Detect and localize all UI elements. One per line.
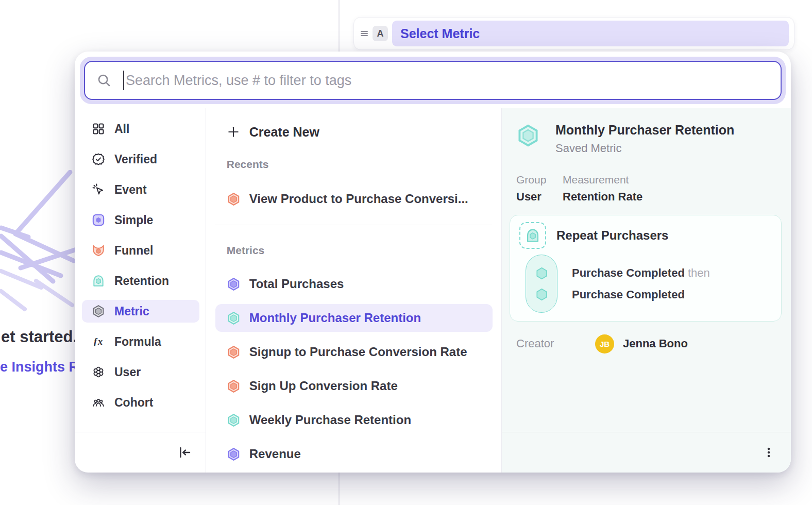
background-link-text: e Insights Re (0, 359, 87, 375)
definition-step-2: Purchase Completed (572, 288, 710, 301)
metric-block-row: A Select Metric (353, 17, 794, 50)
sidebar-item-label: All (114, 122, 129, 136)
group-value: User (516, 190, 563, 204)
creator-name: Jenna Bono (623, 337, 688, 350)
sidebar-item-cohort[interactable]: Cohort (82, 391, 199, 414)
collapse-panel-icon[interactable] (177, 445, 192, 460)
saved-metric-hexagon-icon (516, 124, 540, 147)
creator-label: Creator (516, 337, 588, 350)
recents-header: Recents (206, 158, 501, 171)
retention-definition-icon (519, 222, 546, 249)
sidebar-item-funnel[interactable]: Funnel (82, 239, 199, 262)
sidebar-item-event[interactable]: Event (82, 178, 199, 201)
svg-text:ƒx: ƒx (93, 336, 103, 347)
group-label: Group (516, 174, 563, 186)
sidebar-item-verified[interactable]: Verified (82, 148, 199, 171)
sidebar-footer (75, 432, 206, 473)
user-cluster-icon (92, 365, 105, 379)
metric-hexagon-teal-icon (227, 311, 241, 325)
metric-item-label: Total Purchases (249, 277, 344, 291)
create-new-button[interactable]: Create New (206, 121, 501, 143)
metric-picker-modal: All Verified (75, 52, 791, 473)
metric-hexagon-purple-icon (227, 447, 241, 461)
metric-hexagon-orange-icon (227, 192, 241, 206)
metric-hexagon-teal-icon (227, 413, 241, 427)
sidebar-item-label: Metric (114, 305, 149, 318)
sidebar-item-label: Event (114, 183, 147, 197)
filter-sidebar: All Verified (75, 108, 206, 473)
sidebar-item-label: Cohort (114, 396, 153, 410)
search-focus-ring (80, 57, 786, 104)
sidebar-item-metric[interactable]: Metric (82, 300, 199, 323)
sidebar-item-user[interactable]: User (82, 361, 199, 383)
metric-item-signup-to-purchase-conversion-rate[interactable]: Signup to Purchase Conversion Rate (206, 338, 501, 366)
list-divider (215, 225, 492, 225)
verified-badge-icon (92, 153, 105, 166)
cohort-people-icon (92, 396, 105, 409)
metric-item-weekly-purchase-retention[interactable]: Weekly Purchase Retention (206, 406, 501, 434)
detail-footer (502, 432, 791, 473)
simple-hexagon-icon (92, 213, 105, 227)
measurement-value: Retention Rate (563, 190, 642, 204)
measurement-label: Measurement (563, 174, 642, 186)
create-new-label: Create New (249, 125, 319, 140)
cursor-spark-icon (92, 183, 105, 196)
metric-item-label: View Product to Purchase Conversi... (249, 192, 468, 206)
definition-name: Repeat Purchasers (556, 228, 668, 243)
detail-metric-subtitle: Saved Metric (555, 142, 734, 155)
event-hexagon-icon (535, 266, 549, 280)
sidebar-item-label: Formula (114, 335, 161, 349)
retention-arch-icon (92, 274, 105, 288)
metric-item-monthly-purchaser-retention[interactable]: Monthly Purchaser Retention (215, 304, 493, 332)
grid-icon (92, 122, 105, 136)
sidebar-item-label: Simple (114, 213, 153, 227)
formula-fx-icon: ƒx (92, 335, 105, 348)
metric-hexagon-orange-icon (227, 345, 241, 359)
metric-block-badge: A (373, 26, 388, 41)
detail-meta: Group User Measurement Retention Rate (516, 174, 782, 204)
definition-step-1: Purchase Completed then (572, 266, 710, 280)
sidebar-item-label: Verified (114, 153, 157, 166)
metric-item-label: Revenue (249, 447, 301, 461)
metric-hexagon-purple-icon (227, 277, 241, 291)
sidebar-item-label: User (114, 365, 141, 379)
metric-item-label: Monthly Purchaser Retention (249, 311, 421, 325)
event-hexagon-icon (535, 288, 549, 301)
then-connector: then (688, 266, 710, 279)
metric-detail-panel: Monthly Purchaser Retention Saved Metric… (502, 108, 791, 473)
text-caret (123, 71, 124, 90)
search-input[interactable] (126, 73, 769, 89)
metric-list-panel: Create New Recents View Product to Purch… (206, 108, 502, 473)
sidebar-item-simple[interactable]: Simple (82, 209, 199, 231)
more-options-icon[interactable] (762, 446, 775, 459)
metric-item-revenue[interactable]: Revenue (206, 440, 501, 468)
metric-item-total-purchases[interactable]: Total Purchases (206, 270, 501, 298)
select-metric-dropdown[interactable]: Select Metric (392, 21, 789, 46)
creator-avatar: JB (595, 334, 614, 354)
detail-header: Monthly Purchaser Retention Saved Metric (516, 123, 782, 155)
metric-item-label: Signup to Purchase Conversion Rate (249, 345, 467, 359)
sidebar-item-label: Funnel (114, 244, 153, 258)
metric-item-sign-up-conversion-rate[interactable]: Sign Up Conversion Rate (206, 372, 501, 400)
drag-handle-icon[interactable] (359, 28, 369, 39)
detail-metric-title: Monthly Purchaser Retention (555, 123, 734, 138)
recent-metric-item[interactable]: View Product to Purchase Conversi... (206, 186, 501, 212)
search-box[interactable] (84, 61, 782, 100)
sidebar-item-retention[interactable]: Retention (82, 270, 199, 292)
creator-row: Creator JB Jenna Bono (516, 334, 782, 354)
event-sequence-capsule (526, 255, 557, 313)
sidebar-item-all[interactable]: All (82, 117, 199, 140)
definition-card: Repeat Purchasers Purchase Completed the… (510, 215, 782, 322)
metrics-header: Metrics (206, 244, 501, 257)
metric-hexagon-orange-icon (227, 379, 241, 393)
metric-item-label: Weekly Purchase Retention (249, 413, 411, 427)
metric-item-label: Sign Up Conversion Rate (249, 379, 398, 393)
metric-hexagon-icon (92, 305, 105, 318)
plus-icon (227, 125, 240, 139)
sidebar-item-label: Retention (114, 274, 169, 288)
search-icon (96, 73, 112, 88)
background-heading-text: et started. (1, 328, 77, 346)
sidebar-item-formula[interactable]: ƒx Formula (82, 330, 199, 353)
funnel-hexagon-icon (92, 244, 105, 257)
